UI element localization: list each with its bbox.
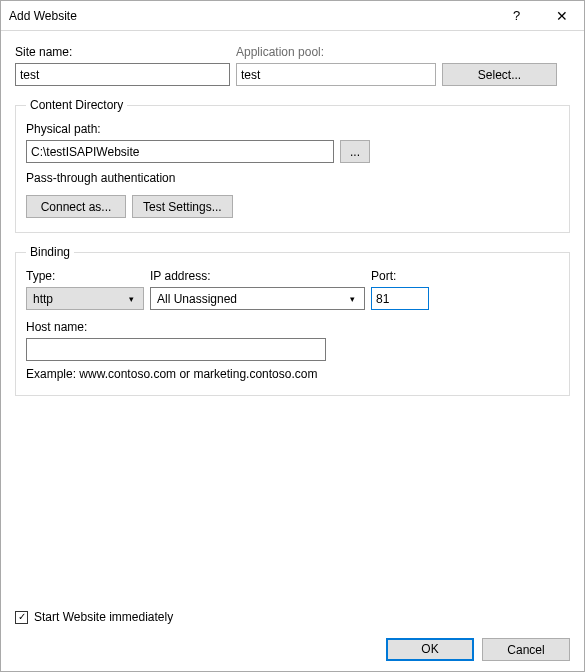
window-title: Add Website [1, 9, 494, 23]
app-pool-label: Application pool: [236, 45, 436, 59]
ip-label: IP address: [150, 269, 365, 283]
cancel-button[interactable]: Cancel [482, 638, 570, 661]
host-example: Example: www.contoso.com or marketing.co… [26, 367, 559, 381]
physical-path-label: Physical path: [26, 122, 559, 136]
ip-value: All Unassigned [157, 292, 237, 306]
type-select[interactable]: http ▾ [26, 287, 144, 310]
browse-path-button[interactable]: ... [340, 140, 370, 163]
binding-legend: Binding [26, 245, 74, 259]
connect-as-button[interactable]: Connect as... [26, 195, 126, 218]
chevron-down-icon: ▾ [123, 294, 139, 304]
binding-group: Binding Type: http ▾ IP address: All Una… [15, 245, 570, 396]
site-name-input[interactable] [15, 63, 230, 86]
test-settings-button[interactable]: Test Settings... [132, 195, 233, 218]
close-icon[interactable]: ✕ [539, 1, 584, 30]
titlebar: Add Website ? ✕ [1, 1, 584, 31]
ok-button[interactable]: OK [386, 638, 474, 661]
passthrough-label: Pass-through authentication [26, 171, 559, 185]
help-icon[interactable]: ? [494, 1, 539, 30]
content-directory-legend: Content Directory [26, 98, 127, 112]
type-label: Type: [26, 269, 144, 283]
port-input[interactable] [371, 287, 429, 310]
start-immediately-checkbox[interactable]: ✓ [15, 611, 28, 624]
physical-path-input[interactable] [26, 140, 334, 163]
type-value: http [33, 292, 53, 306]
host-name-input[interactable] [26, 338, 326, 361]
select-app-pool-button[interactable]: Select... [442, 63, 557, 86]
host-name-label: Host name: [26, 320, 559, 334]
chevron-down-icon: ▾ [344, 294, 360, 304]
site-name-label: Site name: [15, 45, 230, 59]
app-pool-input [236, 63, 436, 86]
content-directory-group: Content Directory Physical path: ... Pas… [15, 98, 570, 233]
port-label: Port: [371, 269, 429, 283]
start-immediately-label: Start Website immediately [34, 610, 173, 624]
start-immediately-row[interactable]: ✓ Start Website immediately [15, 610, 570, 624]
dialog-content: Site name: Application pool: Select... C… [1, 31, 584, 671]
ip-select[interactable]: All Unassigned ▾ [150, 287, 365, 310]
